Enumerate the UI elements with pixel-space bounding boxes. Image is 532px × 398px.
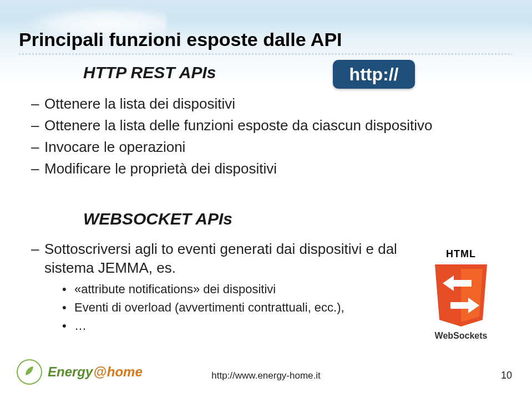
bullet-dot-icon: • [62,318,74,334]
websocket-apis-heading: WEBSOCKET APIs [83,210,232,228]
bullet-text: Ottenere la lista dei dispositivi [44,94,235,114]
dash-icon: – [31,94,44,114]
list-item: • «attribute notifications» dei disposit… [62,281,421,297]
html5-label: HTML [422,248,500,260]
sub-bullets: • «attribute notifications» dei disposit… [62,281,421,334]
slide-title: Principali funzioni esposte dalle API [19,29,342,50]
dash-icon: – [31,116,44,135]
list-item: – Ottenere la lista delle funzioni espos… [31,116,512,135]
websockets-label: WebSockets [422,331,500,341]
html5-shield-icon [430,262,492,329]
bullet-dot-icon: • [62,281,74,297]
rest-apis-heading: HTTP REST APIs [83,63,216,82]
rest-bullets: – Ottenere la lista dei dispositivi – Ot… [31,94,512,181]
websocket-bullets: – Sottoscriversi agli to eventi generati… [31,239,421,336]
list-item: – Invocare le operazioni [31,137,512,157]
list-item: • Eventi di overload (avvertimenti contr… [62,299,421,315]
bullet-text: Modificare le proprietà dei dispositivi [44,159,277,178]
list-item: • … [62,318,421,334]
bullet-text: Ottenere la lista delle funzioni esposte… [44,116,433,135]
bullet-text: Sottoscriversi agli to eventi generati d… [44,239,421,278]
title-underline [19,53,512,55]
sub-bullet-text: «attribute notifications» dei dispositiv… [74,281,276,297]
sub-bullet-text: … [74,318,87,334]
list-item: – Ottenere la lista dei dispositivi [31,94,512,114]
dash-icon: – [31,159,44,178]
list-item: – Modificare le proprietà dei dispositiv… [31,159,512,178]
bullet-text: Invocare le operazioni [44,137,185,157]
html5-websockets-badge: HTML WebSockets [422,248,500,341]
page-number: 10 [501,370,512,381]
bullet-dot-icon: • [62,299,74,315]
dash-icon: – [31,137,44,157]
footer-url: http://www.energy-home.it [0,370,532,381]
list-item: – Sottoscriversi agli to eventi generati… [31,239,421,278]
slide: Principali funzioni esposte dalle API HT… [0,0,532,398]
sub-bullet-text: Eventi di overload (avvertimenti contrat… [74,299,344,315]
dash-icon: – [31,239,44,258]
svg-marker-1 [461,269,483,322]
http-badge: http:// [333,60,415,89]
